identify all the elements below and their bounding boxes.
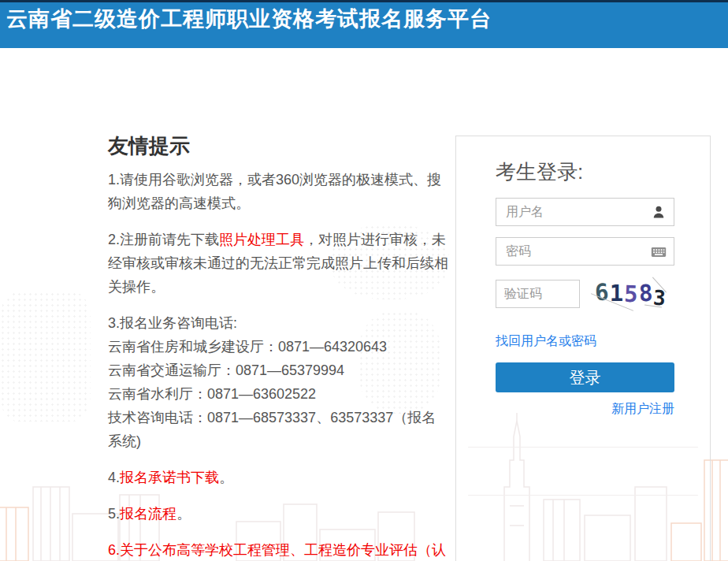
phone-line: 云南省住房和城乡建设厅：0871—64320643 bbox=[108, 335, 450, 359]
tip-photo-tool: 2.注册前请先下载照片处理工具，对照片进行审核，未经审核或审核未通过的无法正常完… bbox=[108, 228, 450, 299]
captcha-row: 6 1 5 8 3 bbox=[496, 277, 674, 311]
captcha-digit: 5 bbox=[623, 278, 638, 310]
password-input[interactable] bbox=[496, 237, 674, 266]
tip-evaluation-notice: 6.关于公布高等学校工程管理、工程造价专业评估（认证）结论的通告（附件6、附件7… bbox=[108, 538, 450, 561]
registration-flow-link[interactable]: 报名流程 bbox=[120, 506, 176, 522]
phone-line: 3.报名业务咨询电话: bbox=[108, 311, 450, 335]
tip5-prefix: 5. bbox=[108, 506, 120, 522]
login-button[interactable]: 登录 bbox=[496, 362, 674, 392]
username-input[interactable] bbox=[496, 198, 674, 226]
phone-line: 云南省水利厅：0871—63602522 bbox=[108, 382, 450, 406]
tip5-suffix: 。 bbox=[176, 506, 191, 522]
tip-registration-flow: 5.报名流程。 bbox=[108, 502, 450, 526]
tips-heading: 友情提示 bbox=[108, 134, 450, 158]
tip-browser-text: 1.请使用谷歌浏览器，或者360浏览器的极速模式、搜狗浏览器的高速模式。 bbox=[108, 172, 441, 211]
photo-tool-link[interactable]: 照片处理工具 bbox=[219, 232, 304, 247]
captcha-digit: 6 bbox=[594, 277, 610, 309]
phone-line: 技术咨询电话：0871—68573337、63573337（报名系统) bbox=[108, 406, 450, 453]
forgot-credentials-link[interactable]: 找回用户名或密码 bbox=[496, 334, 596, 347]
keyboard-icon bbox=[650, 243, 667, 260]
tip-photo-prefix: 2.注册前请先下载 bbox=[108, 232, 219, 247]
phone-line: 云南省交通运输厅：0871—65379994 bbox=[108, 359, 450, 382]
register-link[interactable]: 新用户注册 bbox=[611, 402, 674, 415]
tips-section: 友情提示 1.请使用谷歌浏览器，或者360浏览器的极速模式、搜狗浏览器的高速模式… bbox=[108, 134, 450, 561]
password-field bbox=[496, 237, 674, 266]
page-title: 云南省二级造价工程师职业资格考试报名服务平台 bbox=[6, 7, 492, 31]
tip4-prefix: 4. bbox=[108, 470, 120, 485]
page: 云南省二级造价工程师职业资格考试报名服务平台 bbox=[0, 0, 728, 561]
commitment-download-link[interactable]: 报名承诺书下载 bbox=[120, 470, 219, 485]
tip-commitment-download: 4.报名承诺书下载。 bbox=[108, 466, 450, 489]
captcha-input[interactable] bbox=[496, 280, 580, 308]
forgot-row: 找回用户名或密码 bbox=[496, 333, 674, 350]
register-row: 新用户注册 bbox=[496, 401, 674, 418]
login-panel: 考生登录: bbox=[455, 136, 711, 561]
user-icon bbox=[650, 203, 667, 221]
tip-phone-numbers: 3.报名业务咨询电话: 云南省住房和城乡建设厅：0871—64320643 云南… bbox=[108, 311, 450, 453]
panel-divider bbox=[468, 495, 698, 496]
header: 云南省二级造价工程师职业资格考试报名服务平台 bbox=[0, 0, 728, 48]
username-field bbox=[496, 198, 674, 226]
evaluation-notice-link[interactable]: 6.关于公布高等学校工程管理、工程造价专业评估（认证）结论的通告（附件6、附件7… bbox=[108, 542, 446, 561]
tip-browser: 1.请使用谷歌浏览器，或者360浏览器的极速模式、搜狗浏览器的高速模式。 bbox=[108, 168, 450, 215]
panel-divider bbox=[468, 447, 698, 448]
tip4-suffix: 。 bbox=[219, 470, 233, 485]
login-title: 考生登录: bbox=[496, 160, 674, 184]
captcha-image[interactable]: 6 1 5 8 3 bbox=[586, 277, 674, 311]
dotted-map-pattern bbox=[0, 292, 91, 422]
